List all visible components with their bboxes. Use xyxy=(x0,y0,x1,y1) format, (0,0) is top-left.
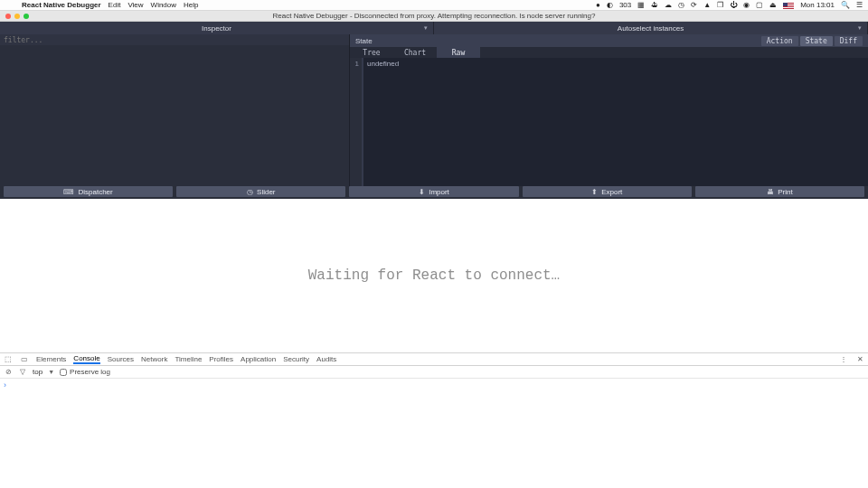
menu-edit[interactable]: Edit xyxy=(108,0,121,11)
import-button[interactable]: ⬇Import xyxy=(349,186,518,197)
device-toolbar-icon[interactable]: ▭ xyxy=(20,355,29,364)
status-circle-icon[interactable]: ◐ xyxy=(607,0,613,11)
preserve-log-toggle[interactable]: Preserve log xyxy=(60,368,110,376)
state-panel: State Action State Diff Tree Chart Raw 1… xyxy=(349,34,868,186)
spotlight-icon[interactable]: 🔍 xyxy=(841,0,850,11)
inspect-element-icon[interactable]: ⬚ xyxy=(4,355,13,364)
export-label: Export xyxy=(601,188,622,196)
editor-content: undefined xyxy=(363,58,868,186)
state-sub-tabs: Tree Chart Raw xyxy=(350,47,868,58)
dropbox-icon[interactable]: ❒ xyxy=(717,0,723,11)
chevron-down-icon: ▾ xyxy=(858,24,862,32)
sub-tab-raw[interactable]: Raw xyxy=(437,47,480,58)
macos-menubar: React Native Debugger Edit View Window H… xyxy=(0,0,868,11)
instances-label: Autoselect instances xyxy=(618,24,684,33)
devtools-tab-bar: ⬚ ▭ Elements Console Sources Network Tim… xyxy=(0,353,868,366)
tab-audits[interactable]: Audits xyxy=(316,355,336,363)
console-toolbar: ⊘ ▽ top ▼ Preserve log xyxy=(0,366,868,379)
tab-timeline[interactable]: Timeline xyxy=(175,355,202,363)
dispatcher-button[interactable]: ⌨Dispatcher xyxy=(4,186,173,197)
calendar-icon[interactable]: ▦ xyxy=(637,0,645,11)
chevron-down-icon: ▼ xyxy=(48,369,54,375)
tab-security[interactable]: Security xyxy=(283,355,309,363)
status-dot-icon[interactable]: ● xyxy=(596,0,600,11)
devtools-menu-icon[interactable]: ⋮ xyxy=(839,355,848,364)
eject-icon[interactable]: ⏏ xyxy=(769,0,777,11)
dispatcher-label: Dispatcher xyxy=(78,188,112,196)
mode-diff[interactable]: Diff xyxy=(835,36,863,46)
print-button[interactable]: 🖶Print xyxy=(695,186,864,197)
tab-profiles[interactable]: Profiles xyxy=(209,355,233,363)
chevron-down-icon: ▾ xyxy=(424,24,428,32)
mode-state[interactable]: State xyxy=(800,36,833,46)
inspector-panel xyxy=(0,34,349,186)
tab-console[interactable]: Console xyxy=(73,354,99,364)
export-button[interactable]: ⬆Export xyxy=(523,186,692,197)
react-waiting-area: Waiting for React to connect… xyxy=(0,199,868,352)
traffic-lights xyxy=(5,14,29,19)
preserve-log-checkbox[interactable] xyxy=(60,369,67,376)
filter-input[interactable] xyxy=(0,34,349,45)
instances-panel-header[interactable]: Autoselect instances ▾ xyxy=(434,22,868,34)
redux-devtools-panel: Inspector ▾ Autoselect instances ▾ State… xyxy=(0,22,868,199)
menu-help[interactable]: Help xyxy=(184,0,198,11)
keyboard-icon: ⌨ xyxy=(63,188,74,196)
bell-icon[interactable]: ▲ xyxy=(703,0,711,11)
slider-button[interactable]: ◷Slider xyxy=(176,186,345,197)
sub-tab-tree[interactable]: Tree xyxy=(350,47,393,58)
editor-gutter: 1 xyxy=(350,58,363,186)
tab-application[interactable]: Application xyxy=(241,355,276,363)
status-number[interactable]: 303 xyxy=(619,0,631,11)
display-icon[interactable]: ▢ xyxy=(756,0,763,11)
sub-tab-chart[interactable]: Chart xyxy=(393,47,437,58)
preserve-log-label: Preserve log xyxy=(70,368,110,376)
waiting-message: Waiting for React to connect… xyxy=(308,267,560,284)
window-titlebar: React Native Debugger - Disconnected fro… xyxy=(0,11,868,22)
zoom-window-button[interactable] xyxy=(24,14,29,19)
upload-icon: ⬆ xyxy=(591,188,598,196)
close-window-button[interactable] xyxy=(5,14,11,19)
tab-sources[interactable]: Sources xyxy=(108,355,134,363)
inspector-panel-header[interactable]: Inspector ▾ xyxy=(0,22,434,34)
timer-icon[interactable]: ◷ xyxy=(678,0,684,11)
debugger-toolbar: ⌨Dispatcher ◷Slider ⬇Import ⬆Export 🖶Pri… xyxy=(0,186,868,199)
minimize-window-button[interactable] xyxy=(14,14,20,19)
tab-elements[interactable]: Elements xyxy=(36,355,66,363)
menubar-app-name[interactable]: React Native Debugger xyxy=(22,0,101,11)
inspector-label: Inspector xyxy=(202,24,231,33)
console-output[interactable]: › xyxy=(0,379,868,488)
tab-network[interactable]: Network xyxy=(141,355,167,363)
import-label: Import xyxy=(429,188,449,196)
ship-icon[interactable]: ⛴ xyxy=(651,0,658,11)
menu-view[interactable]: View xyxy=(127,0,143,11)
view-mode-toggle: Action State Diff xyxy=(761,36,863,46)
state-raw-editor[interactable]: 1 undefined xyxy=(350,58,868,186)
state-title: State xyxy=(355,37,373,45)
clock-icon: ◷ xyxy=(247,188,253,196)
clear-console-icon[interactable]: ⊘ xyxy=(4,368,13,377)
input-source-flag-icon[interactable] xyxy=(783,3,794,9)
cloud-icon[interactable]: ☁ xyxy=(665,0,672,11)
menu-extras-icon[interactable]: ☰ xyxy=(856,0,863,11)
print-icon: 🖶 xyxy=(767,188,774,196)
context-selector[interactable]: top xyxy=(33,368,42,376)
power-icon[interactable]: ⏻ xyxy=(730,0,737,11)
filter-icon[interactable]: ▽ xyxy=(18,368,27,377)
menu-window[interactable]: Window xyxy=(151,0,176,11)
print-label: Print xyxy=(778,188,792,196)
sync-icon[interactable]: ⟳ xyxy=(691,0,697,11)
chrome-devtools: ⬚ ▭ Elements Console Sources Network Tim… xyxy=(0,352,868,488)
mode-action[interactable]: Action xyxy=(761,36,798,46)
slider-label: Slider xyxy=(257,188,275,196)
wifi-icon[interactable]: ◉ xyxy=(743,0,750,11)
window-title: React Native Debugger - Disconnected fro… xyxy=(0,11,868,22)
console-prompt-icon: › xyxy=(4,380,6,389)
clock[interactable]: Mon 13:01 xyxy=(800,0,835,11)
devtools-close-icon[interactable]: ✕ xyxy=(855,355,864,364)
download-icon: ⬇ xyxy=(419,188,425,196)
